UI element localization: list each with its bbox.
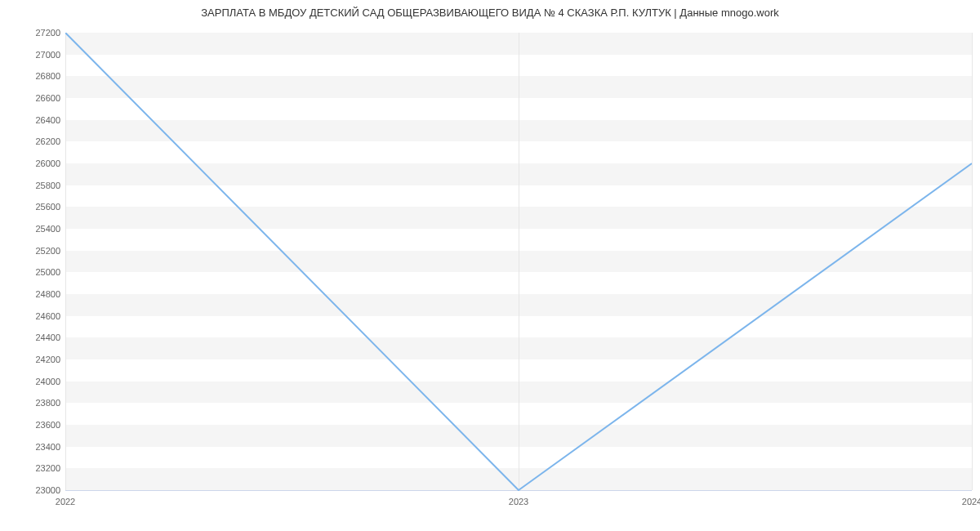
chart-container: ЗАРПЛАТА В МБДОУ ДЕТСКИЙ САД ОБЩЕРАЗВИВА…: [0, 0, 980, 531]
y-tick-label: 26600: [11, 93, 60, 103]
y-tick-label: 23400: [11, 442, 60, 452]
x-tick-label: 2022: [56, 497, 75, 506]
y-tick-label: 27000: [11, 50, 60, 60]
y-tick-label: 25400: [11, 224, 60, 234]
y-tick-label: 25600: [11, 202, 60, 212]
x-tick-label: 2023: [509, 497, 528, 506]
y-tick-label: 24400: [11, 332, 60, 342]
y-tick-label: 23200: [11, 463, 60, 473]
y-tick-label: 24200: [11, 355, 60, 364]
y-tick-label: 23000: [11, 485, 60, 495]
y-tick-label: 26200: [11, 136, 60, 146]
y-tick-label: 25000: [11, 267, 60, 277]
x-tick-label: 2024: [962, 497, 980, 506]
grid-line-vertical: [972, 33, 973, 490]
y-tick-label: 25800: [11, 181, 60, 190]
plot-area: [65, 33, 972, 490]
y-tick-label: 26000: [11, 158, 60, 168]
y-tick-label: 24000: [11, 377, 60, 386]
y-tick-label: 25200: [11, 246, 60, 256]
chart-title: ЗАРПЛАТА В МБДОУ ДЕТСКИЙ САД ОБЩЕРАЗВИВА…: [0, 7, 980, 19]
line-path: [65, 33, 972, 490]
y-tick-label: 26400: [11, 115, 60, 125]
y-tick-label: 24800: [11, 289, 60, 299]
line-series: [65, 33, 972, 492]
y-tick-label: 27200: [11, 28, 60, 38]
y-tick-label: 23600: [11, 420, 60, 430]
y-tick-label: 26800: [11, 71, 60, 81]
y-tick-label: 23800: [11, 398, 60, 408]
y-tick-label: 24600: [11, 311, 60, 321]
